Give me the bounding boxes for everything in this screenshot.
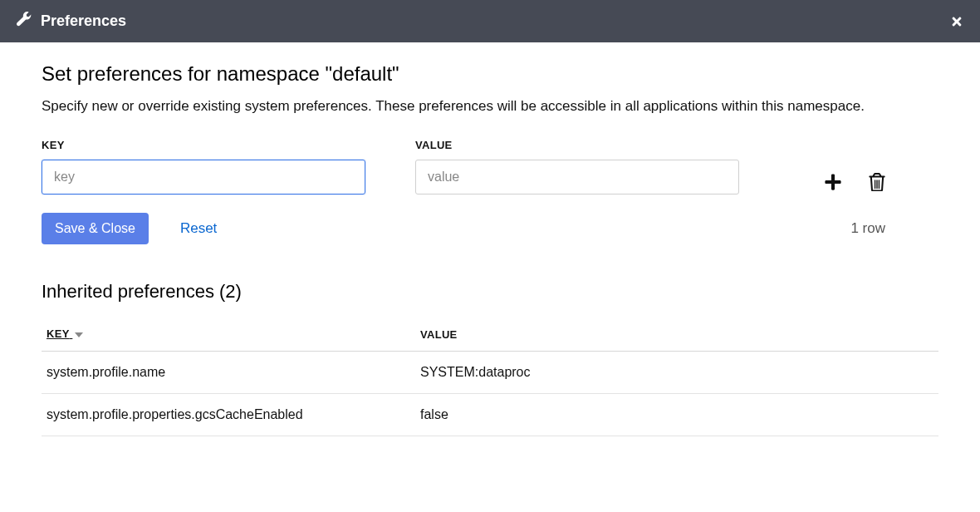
- inherited-key-cell: system.profile.name: [42, 352, 415, 394]
- trash-icon: [869, 181, 885, 194]
- delete-row-button[interactable]: [869, 173, 885, 191]
- table-row: system.profile.name SYSTEM:dataproc: [42, 352, 938, 394]
- inherited-preferences-table: KEY VALUE system.profile.name SYSTEM:dat…: [42, 319, 938, 436]
- close-button[interactable]: [950, 15, 963, 28]
- inherited-col-key-label: KEY: [47, 327, 69, 340]
- inherited-key-cell: system.profile.properties.gcsCacheEnable…: [42, 394, 415, 436]
- value-label: VALUE: [415, 139, 739, 151]
- inherited-col-value-header: VALUE: [415, 319, 938, 352]
- modal-header: Preferences: [0, 0, 980, 42]
- page-title: Set preferences for namespace "default": [42, 62, 938, 86]
- inherited-col-key-header[interactable]: KEY: [42, 319, 415, 352]
- wrench-icon: [17, 12, 32, 31]
- key-label: KEY: [42, 139, 365, 151]
- sort-desc-icon: [75, 328, 83, 341]
- plus-icon: [824, 181, 842, 194]
- row-count-label: 1 row: [850, 220, 938, 237]
- value-input[interactable]: [415, 160, 739, 194]
- inherited-value-cell: false: [415, 394, 938, 436]
- add-row-button[interactable]: [824, 173, 842, 191]
- key-input[interactable]: [42, 160, 365, 194]
- reset-button[interactable]: Reset: [180, 220, 217, 237]
- modal-title: Preferences: [41, 12, 126, 30]
- table-row: system.profile.properties.gcsCacheEnable…: [42, 394, 938, 436]
- preference-input-row: KEY VALUE: [42, 139, 938, 194]
- close-icon: [950, 18, 963, 31]
- inherited-section-title: Inherited preferences (2): [42, 281, 938, 303]
- page-description: Specify new or override existing system …: [42, 96, 922, 117]
- inherited-value-cell: SYSTEM:dataproc: [415, 352, 938, 394]
- save-close-button[interactable]: Save & Close: [42, 213, 149, 244]
